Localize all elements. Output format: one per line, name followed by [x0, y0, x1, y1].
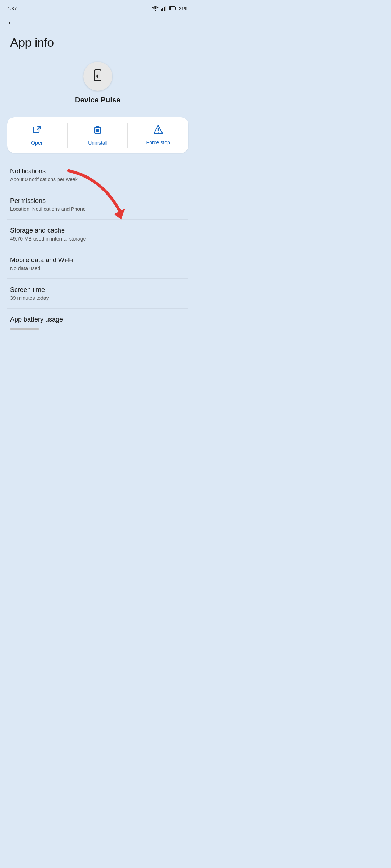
svg-point-9: [97, 80, 98, 81]
settings-item-notifications-title: Notifications: [10, 167, 185, 175]
settings-item-battery[interactable]: App battery usage: [7, 309, 188, 344]
app-icon: [83, 62, 112, 91]
settings-item-permissions[interactable]: Permissions Location, Notifications and …: [7, 190, 188, 220]
open-icon: [32, 124, 42, 137]
battery-progress-bar: [10, 328, 39, 330]
open-button-label: Open: [31, 140, 43, 146]
uninstall-button-label: Uninstall: [88, 140, 108, 146]
svg-rect-6: [169, 7, 171, 10]
svg-point-0: [155, 10, 156, 11]
wifi-icon: [152, 6, 159, 11]
trash-icon: [93, 124, 102, 137]
settings-item-mobile-data[interactable]: Mobile data and Wi-Fi No data used: [7, 249, 188, 279]
back-arrow-icon: ←: [7, 18, 15, 27]
uninstall-button[interactable]: Uninstall: [68, 117, 128, 153]
action-buttons-row: Open Uninstall Force stop: [7, 117, 188, 153]
settings-item-screen-time-title: Screen time: [10, 286, 185, 294]
svg-point-17: [157, 132, 158, 132]
settings-item-notifications-subtitle: About 0 notifications per week: [10, 176, 185, 182]
settings-list: Notifications About 0 notifications per …: [0, 160, 196, 344]
page-title: App info: [0, 30, 196, 58]
settings-item-notifications[interactable]: Notifications About 0 notifications per …: [7, 160, 188, 190]
force-stop-button[interactable]: Force stop: [128, 117, 188, 153]
settings-item-screen-time[interactable]: Screen time 39 minutes today: [7, 279, 188, 309]
settings-item-mobile-data-title: Mobile data and Wi-Fi: [10, 256, 185, 264]
app-icon-graphic: [90, 68, 106, 84]
force-stop-button-label: Force stop: [146, 140, 170, 145]
settings-item-mobile-data-subtitle: No data used: [10, 265, 185, 271]
battery-icon: [169, 6, 177, 10]
app-name: Device Pulse: [75, 96, 121, 104]
svg-rect-10: [33, 127, 39, 133]
settings-item-storage-title: Storage and cache: [10, 227, 185, 234]
settings-item-storage[interactable]: Storage and cache 49.70 MB used in inter…: [7, 220, 188, 249]
settings-item-permissions-title: Permissions: [10, 197, 185, 205]
warning-icon: [153, 125, 163, 137]
settings-item-screen-time-subtitle: 39 minutes today: [10, 295, 185, 301]
settings-item-permissions-subtitle: Location, Notifications and Phone: [10, 206, 185, 212]
app-icon-section: Device Pulse: [0, 58, 196, 111]
settings-item-battery-title: App battery usage: [10, 316, 185, 323]
back-button[interactable]: ←: [0, 14, 196, 30]
status-bar: 4:37 21%: [0, 0, 196, 14]
signal-icon: [161, 6, 167, 11]
svg-rect-4: [165, 6, 166, 11]
svg-rect-2: [162, 8, 163, 11]
status-time: 4:37: [7, 6, 17, 11]
svg-rect-3: [164, 7, 165, 11]
battery-percent: 21%: [179, 6, 188, 11]
settings-item-storage-subtitle: 49.70 MB used in internal storage: [10, 236, 185, 242]
svg-rect-1: [161, 9, 162, 11]
open-button[interactable]: Open: [7, 117, 68, 153]
status-right-icons: 21%: [152, 6, 188, 11]
